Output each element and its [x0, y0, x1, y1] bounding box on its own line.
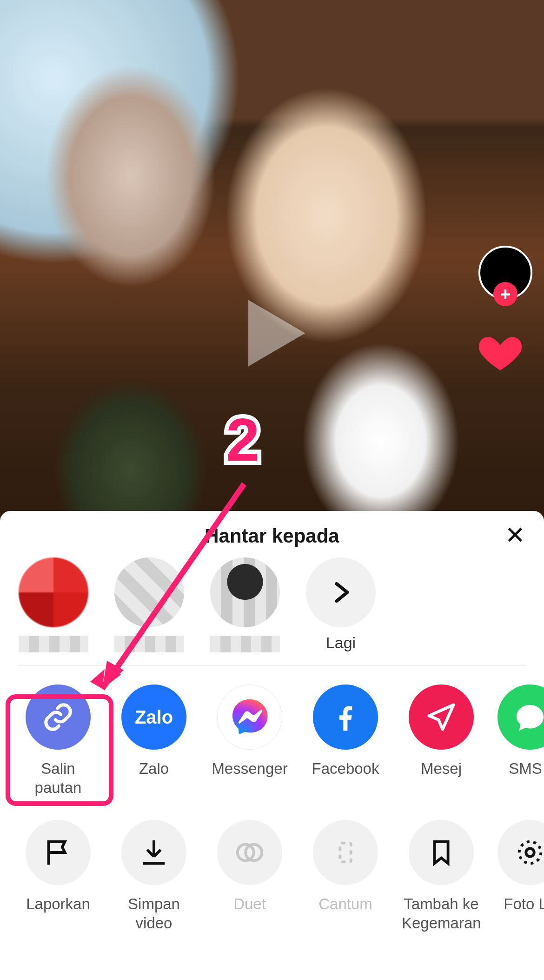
- send-to-row: Lagi: [0, 557, 544, 665]
- action-duet[interactable]: Duet: [210, 820, 289, 933]
- friend-name-redacted: [114, 636, 184, 652]
- svg-rect-3: [340, 843, 351, 862]
- share-sheet-title: Hantar kepada: [0, 525, 544, 547]
- friend-name-redacted: [210, 636, 280, 652]
- chat-bubble-icon: [498, 685, 544, 750]
- actions-row: Laporkan Simpan video Duet Cantum: [0, 820, 544, 953]
- action-report[interactable]: Laporkan: [19, 820, 98, 933]
- action-label: Cantum: [306, 894, 385, 913]
- action-label: Foto L: [498, 894, 544, 913]
- share-apps-row: Salin pautan Zalo Zalo Messenger Faceboo…: [0, 685, 544, 798]
- share-label: Messenger: [210, 759, 289, 778]
- friend-item[interactable]: [19, 557, 88, 652]
- friend-avatar: [19, 557, 88, 627]
- action-label: Simpan video: [114, 894, 193, 933]
- action-label: Duet: [210, 894, 289, 913]
- zalo-icon: Zalo: [121, 685, 186, 750]
- svg-marker-0: [248, 300, 305, 367]
- share-mesej[interactable]: Mesej: [402, 685, 481, 798]
- bookmark-icon: [409, 820, 474, 885]
- author-avatar[interactable]: +: [478, 246, 532, 300]
- share-label: Zalo: [114, 759, 193, 778]
- svg-point-5: [519, 841, 541, 863]
- download-icon: [121, 820, 186, 885]
- more-label: Lagi: [306, 634, 376, 652]
- side-action-rail: +: [475, 246, 536, 376]
- stitch-icon: [313, 820, 378, 885]
- friend-name-redacted: [19, 636, 88, 652]
- close-button[interactable]: ✕: [505, 523, 525, 547]
- share-sheet: Hantar kepada ✕ Lagi: [0, 511, 544, 980]
- live-photo-icon: [498, 820, 544, 885]
- chevron-right-icon: [306, 557, 376, 627]
- svg-point-4: [526, 848, 534, 857]
- share-messenger[interactable]: Messenger: [210, 685, 289, 798]
- friend-item[interactable]: [210, 557, 280, 652]
- like-button[interactable]: [475, 331, 525, 376]
- messenger-icon: [217, 685, 282, 750]
- flag-icon: [26, 820, 91, 885]
- action-live-photo[interactable]: Foto L: [498, 820, 544, 933]
- facebook-icon: [313, 685, 378, 750]
- action-label: Laporkan: [19, 894, 98, 913]
- share-copy-link[interactable]: Salin pautan: [19, 685, 98, 798]
- share-label: Facebook: [306, 759, 385, 778]
- share-label: SMS: [498, 759, 544, 778]
- link-icon: [26, 685, 91, 750]
- action-stitch[interactable]: Cantum: [306, 820, 385, 933]
- action-save-video[interactable]: Simpan video: [114, 820, 193, 933]
- duet-icon: [217, 820, 282, 885]
- share-zalo[interactable]: Zalo Zalo: [114, 685, 193, 798]
- play-icon: [232, 294, 312, 373]
- action-add-favorite[interactable]: Tambah ke Kegemaran: [402, 820, 481, 933]
- follow-button[interactable]: +: [493, 282, 517, 306]
- share-facebook[interactable]: Facebook: [306, 685, 385, 798]
- send-icon: [409, 685, 474, 750]
- share-sms[interactable]: SMS: [498, 685, 544, 798]
- more-friends-button[interactable]: Lagi: [306, 557, 376, 652]
- divider: [19, 665, 525, 666]
- friend-item[interactable]: [114, 557, 184, 652]
- action-label: Tambah ke Kegemaran: [402, 894, 481, 933]
- friend-avatar: [210, 557, 280, 627]
- screen: + Hantar kepada ✕: [0, 0, 544, 980]
- share-sheet-header: Hantar kepada ✕: [0, 523, 544, 557]
- share-label: Mesej: [402, 759, 481, 778]
- friend-avatar: [114, 557, 184, 627]
- share-label: Salin pautan: [19, 759, 98, 798]
- plus-icon: +: [500, 285, 511, 303]
